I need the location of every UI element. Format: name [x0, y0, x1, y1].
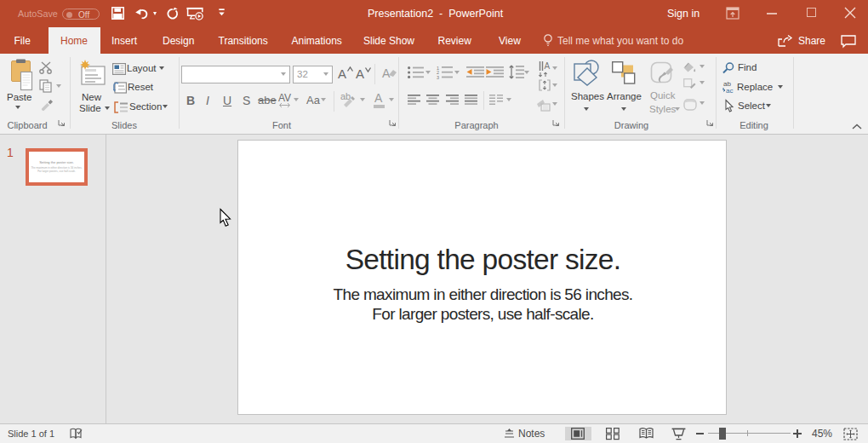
svg-text:3: 3 [437, 75, 439, 80]
svg-text:A: A [545, 61, 551, 71]
svg-text:ac: ac [726, 87, 733, 95]
